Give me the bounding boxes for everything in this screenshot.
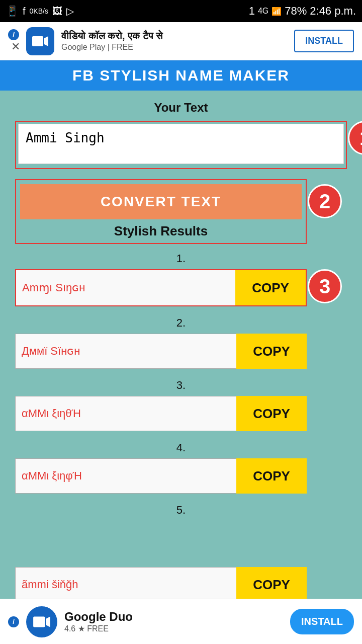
ad-bottom-app-icon: [26, 606, 57, 637]
duo-icon: [32, 612, 51, 631]
ad-close-icon[interactable]: ✕: [11, 40, 20, 53]
ad-info-badge: i: [8, 29, 19, 40]
ad-left-group: i ✕ वीडियो कॉल करो, एक टैप से Google Pla…: [8, 27, 294, 55]
ad-title: वीडियो कॉल करो, एक टैप से: [61, 30, 294, 42]
stylish-results-label: Stylish Results: [20, 223, 302, 239]
badge-1: 1: [348, 121, 362, 155]
ad-badge-col: i ✕: [8, 29, 23, 53]
text-input[interactable]: Ammi Singh: [18, 124, 344, 164]
input-annotation-box: Ammi Singh: [15, 121, 347, 169]
result-text-1: Amɱı Sıŋɢн: [16, 270, 235, 305]
ad-subtitle: Google Play | FREE: [61, 43, 294, 52]
result-row-4: αMMι ξιηφΉ COPY: [15, 458, 307, 494]
ad-bottom-rating: 4.6 ★ FREE: [64, 624, 283, 633]
sim-icon: 1: [249, 5, 255, 18]
badge-2: 2: [308, 184, 342, 218]
result-text-3: αMMι ξιηθΉ: [15, 396, 236, 431]
svg-marker-1: [44, 36, 48, 46]
copy-button-3[interactable]: COPY: [236, 396, 307, 431]
status-right: 1 4G 📶 78% 2:46 p.m.: [249, 5, 356, 18]
copy-button-1[interactable]: COPY: [235, 270, 306, 305]
result-text-4: αMMι ξιηφΉ: [15, 458, 236, 494]
ad-banner-bottom: i Google Duo 4.6 ★ FREE INSTALL: [0, 599, 362, 644]
result-number-5: 5.: [15, 504, 347, 517]
arrow-icon: ▷: [66, 5, 74, 17]
separator: |: [108, 43, 110, 51]
result-number-2: 2.: [15, 316, 347, 330]
convert-button[interactable]: CONVERT TEXT: [20, 184, 302, 219]
copy-button-2[interactable]: COPY: [236, 334, 307, 369]
status-bar: 📱 f 0KB/s 🖼 ▷ 1 4G 📶 78% 2:46 p.m.: [0, 0, 362, 22]
data-icon: 0KB/s: [30, 7, 48, 15]
result-row-5: ãmmi šiňğh COPY: [15, 567, 307, 602]
main-content: Your Text Ammi Singh 1 CONVERT TEXT Styl…: [0, 91, 362, 644]
copy-button-5[interactable]: COPY: [236, 567, 307, 602]
app-title: FB STYLISH NAME MAKER: [72, 67, 290, 84]
network-icon: 4G: [258, 7, 268, 16]
svg-rect-0: [32, 36, 43, 46]
result-text-2: Дммї Sïнɢн: [15, 334, 236, 369]
svg-marker-3: [46, 616, 50, 627]
result-number-1: 1.: [15, 252, 347, 265]
result-number-4: 4.: [15, 441, 347, 454]
ad-banner-top: i ✕ वीडियो कॉल करो, एक टैप से Google Pla…: [0, 22, 362, 60]
convert-annotation-box: CONVERT TEXT Stylish Results: [15, 179, 307, 244]
ad-install-button[interactable]: INSTALL: [294, 30, 354, 52]
free-label: FREE: [112, 43, 133, 51]
battery-text: 78%: [285, 5, 307, 18]
ad-bottom-info-badge: i: [8, 616, 19, 627]
google-play-label: Google Play: [61, 43, 105, 51]
result-text-5: ãmmi šiňğh: [15, 567, 236, 602]
ad-app-icon: [26, 27, 54, 55]
ad-bottom-install-button[interactable]: INSTALL: [290, 609, 354, 634]
ad-bottom-title: Google Duo: [64, 610, 283, 624]
your-text-label: Your Text: [15, 101, 347, 115]
ad-bottom-info: Google Duo 4.6 ★ FREE: [64, 610, 283, 633]
signal-bars: 📶: [272, 7, 282, 16]
app-header: FB STYLISH NAME MAKER: [0, 60, 362, 91]
result-row-1: Amɱı Sıŋɢн COPY: [15, 269, 307, 306]
result-number-3: 3.: [15, 379, 347, 392]
result-row-2: Дммї Sïнɢн COPY: [15, 334, 307, 369]
facebook-icon: f: [23, 6, 26, 17]
time-display: 2:46 p.m.: [310, 5, 356, 18]
video-call-icon: [31, 32, 49, 50]
image-icon: 🖼: [52, 6, 62, 17]
svg-rect-2: [33, 616, 45, 627]
copy-button-4[interactable]: COPY: [236, 458, 307, 494]
ad-info: वीडियो कॉल करो, एक टैप से Google Play | …: [61, 30, 294, 52]
result-row-3: αMMι ξιηθΉ COPY: [15, 396, 307, 431]
whatsapp-icon: 📱: [6, 5, 19, 17]
badge-3: 3: [308, 269, 342, 303]
status-left: 📱 f 0KB/s 🖼 ▷: [6, 5, 74, 17]
